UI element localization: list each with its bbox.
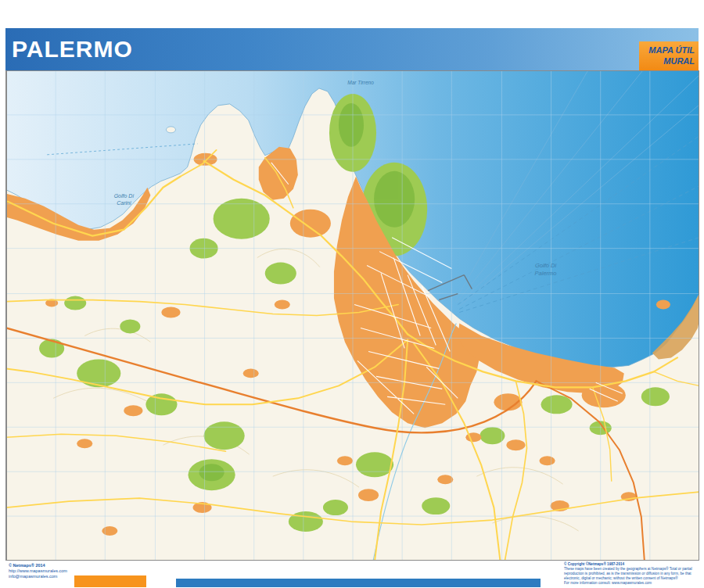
map-canvas: Mar Tirreno Golfo Di Carini Golfo Di Pal… (6, 70, 699, 561)
golfo-carini-label-line1: Golfo Di (114, 193, 135, 199)
page-title: PALERMO (5, 28, 699, 70)
map-poster-sheet: PALERMO MAPA ÚTIL MURAL (0, 0, 704, 588)
header-bar: PALERMO MAPA ÚTIL MURAL (5, 28, 699, 70)
golfo-carini-label-line2: Carini (117, 200, 131, 206)
credit-line: info@mapasmurales.com (9, 574, 67, 579)
golfo-palermo-label-line2: Palermo (535, 270, 557, 277)
footer: © Netmaps® 2014 http://www.mapasmurales.… (5, 561, 699, 587)
badge-line1: MAPA ÚTIL (648, 45, 695, 56)
badge-line2: MURAL (663, 56, 695, 66)
copyright-line: For more information consult: www.mapasm… (564, 581, 697, 586)
footer-blue-bar (176, 579, 541, 587)
footer-orange-block (74, 575, 146, 587)
publisher-credits: © Netmaps® 2014 http://www.mapasmurales.… (9, 563, 67, 579)
credit-line: © Netmaps® 2014 (9, 563, 67, 568)
copyright-notice: © Copyright ©Netmaps® 1987-2014 These ma… (564, 562, 697, 586)
mar-tirreno-label: Mar Tirreno (347, 80, 374, 85)
credit-line: http://www.mapasmurales.com (9, 568, 67, 574)
palermo-street-map: Mar Tirreno Golfo Di Carini Golfo Di Pal… (5, 70, 699, 561)
golfo-palermo-label-line1: Golfo Di (535, 262, 556, 269)
copyright-line: electronic, digital or mechanic; without… (564, 576, 697, 581)
isola-delle-femmine (166, 127, 175, 133)
mapa-util-badge: MAPA ÚTIL MURAL (639, 41, 699, 70)
